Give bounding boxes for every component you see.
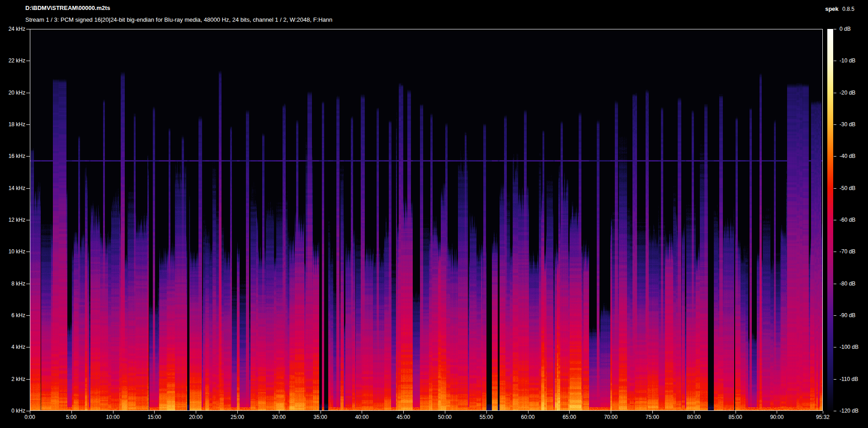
frequency-tick [26,29,30,29]
time-tick-label: 80:00 [680,414,708,421]
time-tick-label: 70:00 [597,414,624,421]
db-tick-label: -70 dB [840,248,868,255]
app-name: spek [825,5,839,12]
frequency-tick-label: 10 kHz [0,248,25,255]
db-tick-label: -40 dB [840,152,868,160]
frequency-tick-label: 18 kHz [0,121,25,128]
time-tick-label: 15:00 [141,414,168,421]
frequency-tick-label: 24 kHz [0,25,25,33]
db-tick [834,315,836,316]
time-tick-label: 60:00 [514,414,542,421]
frequency-tick-label: 12 kHz [0,216,25,224]
db-tick-label: -110 dB [840,376,868,383]
frequency-tick [26,124,30,125]
app-version: 0.8.5 [842,6,854,12]
db-tick-label: -10 dB [840,57,868,64]
db-tick-label: -30 dB [840,121,868,128]
db-tick-label: -20 dB [840,89,868,96]
frequency-tick-label: 22 kHz [0,57,25,64]
db-tick [834,188,836,189]
time-tick-label: 90:00 [763,414,790,421]
time-tick-label: 65:00 [556,414,583,421]
frequency-tick [26,347,30,347]
frequency-tick-label: 4 kHz [0,343,25,351]
frequency-tick [26,284,30,284]
db-tick [834,61,836,61]
frequency-tick-label: 14 kHz [0,185,25,192]
time-tick-label: 95:32 [809,414,836,421]
frequency-tick-label: 8 kHz [0,280,25,287]
db-tick-label: -100 dB [840,343,868,351]
time-tick-label: 10:00 [99,414,127,421]
db-tick [834,379,836,380]
spectrogram-plot [30,29,823,411]
time-tick-label: 40:00 [348,414,375,421]
file-path-title: D:\BDMV\STREAM\00000.m2ts [25,5,110,11]
db-tick [834,347,836,347]
db-tick [834,284,836,284]
frequency-tick [26,156,30,157]
db-tick [834,156,836,157]
time-tick-label: 75:00 [639,414,666,421]
time-tick-label: 35:00 [307,414,334,421]
db-tick-label: -80 dB [840,280,868,287]
frequency-tick-label: 20 kHz [0,89,25,96]
db-tick [834,411,836,411]
db-tick [834,220,836,220]
frequency-tick [26,93,30,93]
db-tick-label: -50 dB [840,185,868,192]
time-tick-label: 5:00 [58,414,85,421]
db-tick-label: -60 dB [840,216,868,224]
frequency-tick [26,379,30,380]
db-tick [834,124,836,125]
time-tick-label: 20:00 [182,414,209,421]
app-brand: spek 0.8.5 [825,5,854,13]
frequency-tick-label: 2 kHz [0,376,25,383]
frequency-tick-label: 6 kHz [0,312,25,319]
spek-window: D:\BDMV\STREAM\00000.m2ts Stream 1 / 3: … [0,0,868,428]
db-tick-label: -120 dB [840,407,868,414]
time-tick-label: 50:00 [431,414,458,421]
time-tick-label: 25:00 [224,414,251,421]
frequency-tick-label: 16 kHz [0,152,25,160]
frequency-tick [26,315,30,316]
spectrogram-canvas [30,29,822,410]
time-tick-label: 0:00 [16,414,43,421]
frequency-tick [26,188,30,189]
stream-info: Stream 1 / 3: PCM signed 16|20|24-bit bi… [25,16,332,23]
db-tick [834,252,836,252]
time-tick-label: 85:00 [722,414,749,421]
time-tick-label: 55:00 [473,414,500,421]
time-tick-label: 30:00 [265,414,292,421]
time-tick-label: 45:00 [390,414,417,421]
frequency-tick [26,61,30,61]
frequency-tick [26,220,30,220]
db-tick [834,29,836,29]
db-tick-label: 0 dB [840,25,868,33]
frequency-tick [26,252,30,252]
db-tick [834,93,836,93]
frequency-tick [26,411,30,411]
db-tick-label: -90 dB [840,312,868,319]
db-gradient-bar [827,29,833,411]
